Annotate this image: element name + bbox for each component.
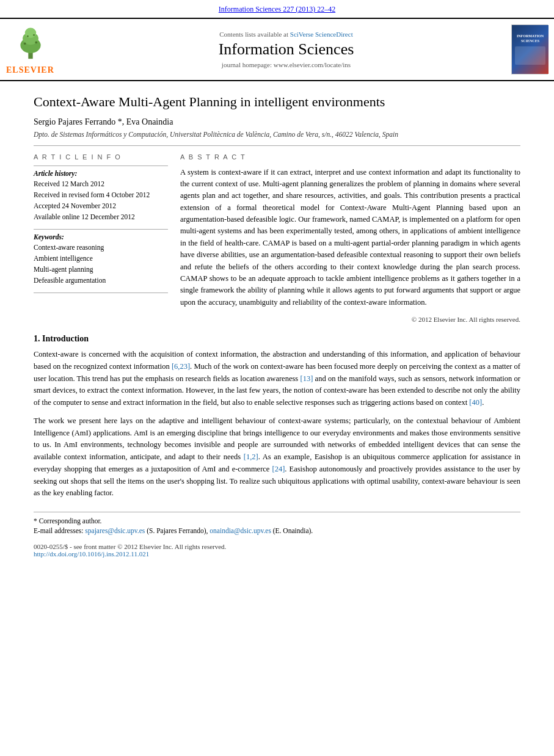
journal-homepage-label: journal homepage: www.elsevier.com/locat… xyxy=(67,61,505,68)
elsevier-brand-label: ELSEVIER xyxy=(6,65,61,75)
intro-paragraph-2: The work we present here lays on the ada… xyxy=(34,415,520,500)
history-line-1: Received 12 March 2012 xyxy=(34,179,168,189)
history-line-2: Received in revised form 4 October 2012 xyxy=(34,190,168,200)
abstract-text: A system is context-aware if it can extr… xyxy=(180,167,520,309)
journal-citation-link[interactable]: Information Sciences 227 (2013) 22–42 xyxy=(0,0,554,18)
keyword-3: Multi-agent planning xyxy=(34,264,168,275)
email-label: E-mail addresses: xyxy=(34,527,83,534)
journal-cover-image: INFORMATIONSCIENCES xyxy=(512,25,549,74)
cover-text-1: INFORMATIONSCIENCES xyxy=(517,34,544,44)
keywords-title: Keywords: xyxy=(34,233,168,241)
svg-point-3 xyxy=(25,27,36,38)
abstract-column: A B S T R A C T A system is context-awar… xyxy=(180,153,520,324)
citation-link[interactable]: Information Sciences 227 (2013) 22–42 xyxy=(219,5,335,13)
footnote-emails: E-mail addresses: spajares@dsic.upv.es (… xyxy=(34,527,520,534)
article-history-section: Article history: Received 12 March 2012 … xyxy=(34,170,168,223)
elsevier-tree-icon xyxy=(6,24,55,60)
cite-24[interactable]: [24] xyxy=(272,465,285,473)
copyright-line: © 2012 Elsevier Inc. All rights reserved… xyxy=(180,316,520,323)
journal-cover-block: INFORMATIONSCIENCES xyxy=(511,24,548,75)
cite-13[interactable]: [13] xyxy=(300,374,313,383)
footer-doi-link[interactable]: http://dx.doi.org/10.1016/j.ins.2012.11.… xyxy=(34,550,149,558)
divider-bottom-info xyxy=(34,293,168,293)
keywords-section: Keywords: Context-aware reasoning Ambien… xyxy=(34,233,168,286)
svg-point-5 xyxy=(35,42,37,44)
history-lines: Received 12 March 2012 Received in revis… xyxy=(34,179,168,223)
svg-point-4 xyxy=(24,42,26,45)
keyword-1: Context-aware reasoning xyxy=(34,242,168,253)
history-line-4: Available online 12 December 2012 xyxy=(34,212,168,222)
authors-line: Sergio Pajares Ferrando *, Eva Onaindia xyxy=(34,117,520,127)
paper-title: Context-Aware Multi-Agent Planning in in… xyxy=(34,93,520,111)
journal-header: ELSEVIER Contents lists available at Sci… xyxy=(0,18,554,81)
svg-point-7 xyxy=(33,34,35,36)
section-1-title: 1. Introduction xyxy=(34,334,520,344)
footer-info: 0020-0255/$ - see front matter © 2012 El… xyxy=(34,543,520,558)
cite-6-23[interactable]: [6,23] xyxy=(172,362,190,371)
journal-center-block: Contents lists available at SciVerse Sci… xyxy=(67,31,505,68)
divider-info xyxy=(34,165,168,166)
history-line-3: Accepted 24 November 2012 xyxy=(34,201,168,211)
divider-1 xyxy=(34,145,520,146)
elsevier-logo-block: ELSEVIER xyxy=(6,24,61,75)
email-2-link[interactable]: onaindia@dsic.upv.es xyxy=(210,527,271,534)
footnote-star: * Corresponding author. xyxy=(34,517,520,525)
email-1-name: (S. Pajares Ferrando), xyxy=(147,527,208,534)
article-info-heading: A R T I C L E I N F O xyxy=(34,153,168,161)
sciverse-link[interactable]: SciVerse ScienceDirect xyxy=(290,31,353,38)
email-1-link[interactable]: spajares@dsic.upv.es xyxy=(85,527,145,534)
history-title: Article history: xyxy=(34,170,168,177)
paper-body: Context-Aware Multi-Agent Planning in in… xyxy=(0,81,554,570)
email-2-name: (E. Onaindia). xyxy=(273,527,313,534)
cite-1-2[interactable]: [1,2] xyxy=(244,453,258,461)
affiliation: Dpto. de Sistemas Informáticos y Computa… xyxy=(34,131,520,138)
svg-point-6 xyxy=(27,35,29,37)
keyword-4: Defeasible argumentation xyxy=(34,275,168,286)
journal-title-header: Information Sciences xyxy=(67,40,505,59)
footer-issn: 0020-0255/$ - see front matter © 2012 El… xyxy=(34,543,520,550)
intro-paragraph-1: Context-aware is concerned with the acqu… xyxy=(34,349,520,409)
cover-decoration xyxy=(515,46,545,65)
keyword-2: Ambient intelligence xyxy=(34,253,168,264)
abstract-heading: A B S T R A C T xyxy=(180,153,520,161)
author-names: Sergio Pajares Ferrando *, Eva Onaindia xyxy=(34,117,173,126)
article-info-column: A R T I C L E I N F O Article history: R… xyxy=(34,153,168,324)
cite-40[interactable]: [40] xyxy=(469,398,482,407)
footnote-section: * Corresponding author. E-mail addresses… xyxy=(34,512,520,534)
sciverse-line: Contents lists available at SciVerse Sci… xyxy=(67,31,505,38)
two-column-section: A R T I C L E I N F O Article history: R… xyxy=(34,153,520,324)
divider-keywords xyxy=(34,229,168,230)
keywords-list: Context-aware reasoning Ambient intellig… xyxy=(34,242,168,286)
